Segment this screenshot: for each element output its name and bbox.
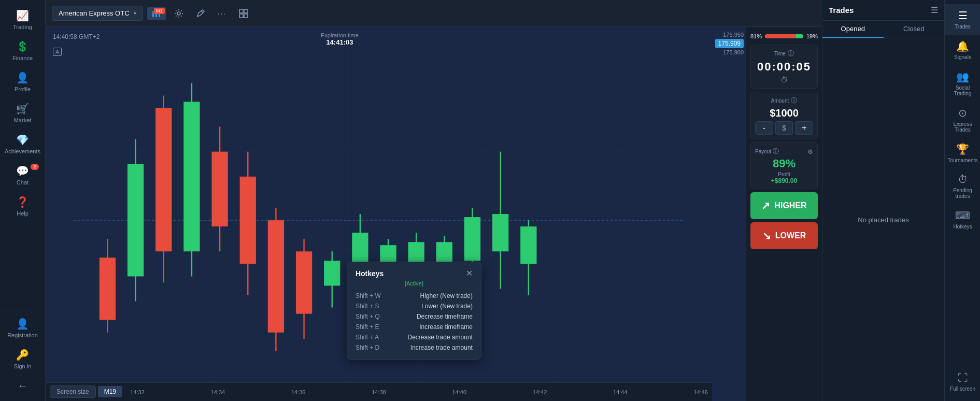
sidebar-item-achievements[interactable]: 💎 Achievements [0, 128, 45, 160]
sidebar-item-help[interactable]: ❓ Help [0, 191, 45, 222]
market-icon: 🛒 [16, 103, 29, 115]
higher-arrow-icon: ↗ [761, 199, 770, 212]
amount-info-icon: ⓘ [791, 96, 797, 105]
trades-sidebar-icon: ☰ [958, 9, 968, 22]
svg-rect-54 [492, 214, 508, 251]
asset-selector[interactable]: American Express OTC ▾ [52, 6, 143, 21]
chart-area[interactable]: 14:40:58 GMT+2 A Expiration time 14:41:0… [46, 27, 746, 401]
back-icon: ← [18, 380, 28, 392]
trades-list-icon: ☰ [931, 5, 938, 15]
hotkey-row-0: Shift + W Higher (New trade) [356, 291, 473, 301]
tournaments-sidebar-icon: 🏆 [956, 143, 969, 155]
right-sidebar-item-fullscreen[interactable]: ⛶ Full screen [945, 367, 980, 397]
trading-icon: 📈 [16, 9, 29, 22]
hotkey-combo-1: Shift + S [356, 303, 379, 310]
hotkeys-close-button[interactable]: ✕ [466, 268, 473, 278]
svg-rect-52 [464, 217, 480, 261]
signin-icon: 🔑 [16, 349, 29, 361]
hotkey-desc-5: Increase trade amount [410, 344, 473, 351]
achievements-icon: 💎 [16, 134, 29, 146]
amount-decrease-button[interactable]: - [755, 121, 773, 135]
progress-section: 81% 19% [750, 31, 818, 41]
sidebar-item-market[interactable]: 🛒 Market [0, 97, 45, 128]
right-sidebar-label-social-trading: Social Trading [947, 85, 978, 96]
hotkeys-title: Hotkeys [356, 269, 384, 278]
layout-button[interactable] [235, 6, 252, 21]
right-sidebar-item-trades[interactable]: ☰ Trades [945, 4, 980, 35]
no-trades-message: No placed trades [822, 38, 944, 401]
screen-size-button[interactable]: Screen size [50, 385, 96, 398]
amount-controls: - $ + [755, 121, 813, 135]
hotkeys-sidebar-icon: ⌨ [955, 209, 970, 222]
fullscreen-sidebar-icon: ⛶ [958, 372, 968, 384]
asset-name: American Express OTC [59, 9, 130, 17]
trades-tabs: Opened Closed [822, 21, 944, 38]
sidebar-item-back[interactable]: ← [0, 375, 45, 397]
price-higher: 175.950 [723, 32, 744, 38]
timer-section: Time ⓘ 00:00:05 ⏱ [750, 45, 818, 89]
timer-label-text: Time [774, 51, 786, 56]
svg-rect-28 [127, 164, 144, 277]
right-sidebar-item-express-trades[interactable]: ⊙ Express Trades [945, 102, 980, 138]
right-sidebar-item-tournaments[interactable]: 🏆 Tournaments [945, 138, 980, 168]
sidebar-item-trading[interactable]: 📈 Trading [0, 4, 45, 35]
draw-button[interactable] [192, 6, 209, 21]
svg-rect-7 [239, 9, 243, 13]
amount-label: Amount ⓘ [755, 96, 813, 105]
time-label-1: 14:32 [130, 389, 145, 395]
lower-button[interactable]: ↘ LOWER [750, 222, 818, 249]
amount-label-text: Amount [771, 98, 789, 104]
right-sidebar-item-pending-trades[interactable]: ⏱ Pending trades [945, 168, 980, 204]
trades-panel-title: Trades [829, 6, 854, 15]
price-lower: 175.900 [723, 49, 744, 55]
payout-row: Payout ⓘ ⚙ [755, 147, 813, 156]
amount-increase-button[interactable]: + [795, 121, 813, 135]
hotkey-combo-0: Shift + W [356, 292, 381, 299]
sidebar-item-signin[interactable]: 🔑 Sign in [0, 343, 45, 375]
higher-button[interactable]: ↗ HIGHER [750, 192, 818, 219]
sidebar-item-registration[interactable]: 👤 Registration [0, 312, 45, 343]
payout-percentage: 89% [755, 157, 813, 170]
chart-type-btn-wrap: M1 [147, 7, 166, 20]
time-label-5: 14:40 [452, 389, 466, 395]
time-label-6: 14:42 [533, 389, 547, 395]
price-current-badge: 175.909 [715, 39, 744, 48]
time-label-3: 14:36 [291, 389, 306, 395]
settings-button[interactable] [170, 6, 188, 21]
svg-rect-4 [159, 14, 160, 17]
no-trades-text: No placed trades [858, 216, 908, 224]
svg-rect-36 [240, 177, 256, 264]
right-sidebar-label-trades: Trades [955, 24, 971, 30]
sidebar-item-chat[interactable]: 💬 2 Chat [0, 160, 45, 191]
svg-rect-32 [183, 102, 200, 251]
trades-tab-closed[interactable]: Closed [884, 21, 945, 38]
finance-icon: 💲 [16, 40, 29, 53]
screen-size-section: Screen size M19 [46, 382, 126, 401]
right-sidebar-item-social-trading[interactable]: 👥 Social Trading [945, 65, 980, 102]
amount-value: $1000 [755, 107, 813, 119]
right-sidebar-label-express-trades: Express Trades [947, 121, 978, 133]
sidebar-label-signin: Sign in [14, 363, 32, 369]
trades-tab-opened[interactable]: Opened [822, 21, 884, 38]
sidebar-item-finance[interactable]: 💲 Finance [0, 35, 45, 66]
svg-rect-30 [155, 108, 172, 251]
svg-rect-38 [268, 220, 284, 333]
chat-badge: 2 [31, 164, 39, 170]
sidebar-label-chat: Chat [17, 179, 29, 185]
express-trades-sidebar-icon: ⊙ [958, 107, 967, 119]
hotkeys-popup: Hotkeys ✕ [Active] Shift + W Higher (New… [347, 262, 481, 360]
sidebar-item-profile[interactable]: 👤 Profile [0, 66, 45, 97]
time-label-4: 14:38 [372, 389, 386, 395]
hotkey-row-5: Shift + D Increase trade amount [356, 342, 473, 353]
hotkey-row-3: Shift + E Increase timeframe [356, 322, 473, 332]
amount-currency-button[interactable]: $ [775, 121, 793, 135]
more-button[interactable]: ··· [214, 7, 231, 20]
hotkey-desc-1: Lower (New trade) [421, 303, 473, 310]
svg-rect-40 [296, 251, 312, 313]
right-sidebar-item-signals[interactable]: 🔔 Signals [945, 35, 980, 65]
higher-label: HIGHER [774, 201, 806, 210]
payout-profit-label: Profit [755, 171, 813, 177]
sidebar-label-achievements: Achievements [5, 148, 40, 154]
right-sidebar-item-hotkeys[interactable]: ⌨ Hotkeys [945, 204, 980, 235]
payout-info-icon: ⓘ [773, 147, 779, 156]
